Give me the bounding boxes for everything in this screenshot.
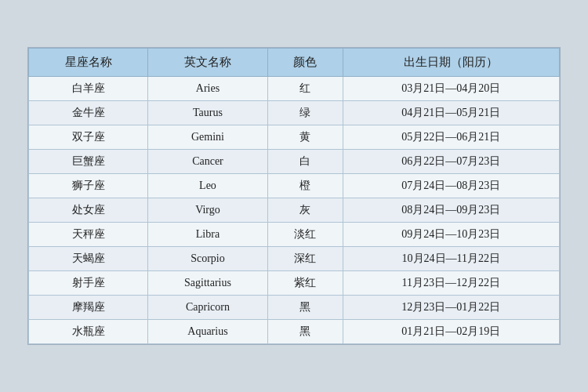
cell-r3-c1: Cancer xyxy=(148,150,267,174)
cell-r3-c0: 巨蟹座 xyxy=(29,150,148,174)
header-col-0: 星座名称 xyxy=(29,49,148,77)
cell-r8-c3: 11月23日—12月22日 xyxy=(343,271,559,296)
cell-r2-c3: 05月22日—06月21日 xyxy=(343,125,559,150)
table-header-row: 星座名称英文名称颜色出生日期（阳历） xyxy=(29,49,560,77)
cell-r5-c2: 灰 xyxy=(267,198,343,223)
cell-r8-c0: 射手座 xyxy=(29,271,148,296)
table-row: 天蝎座Scorpio深红10月24日—11月22日 xyxy=(29,247,560,271)
cell-r0-c3: 03月21日—04月20日 xyxy=(343,77,559,101)
cell-r6-c3: 09月24日—10月23日 xyxy=(343,223,559,247)
cell-r7-c3: 10月24日—11月22日 xyxy=(343,247,559,271)
table-row: 巨蟹座Cancer白06月22日—07月23日 xyxy=(29,150,560,174)
cell-r1-c1: Taurus xyxy=(148,101,267,125)
table-row: 水瓶座Aquarius黑01月21日—02月19日 xyxy=(29,320,560,344)
cell-r5-c3: 08月24日—09月23日 xyxy=(343,198,559,223)
cell-r4-c0: 狮子座 xyxy=(29,174,148,198)
cell-r0-c0: 白羊座 xyxy=(29,77,148,101)
cell-r0-c2: 红 xyxy=(267,77,343,101)
cell-r6-c1: Libra xyxy=(148,223,267,247)
cell-r10-c1: Aquarius xyxy=(148,320,267,344)
table-row: 处女座Virgo灰08月24日—09月23日 xyxy=(29,198,560,223)
header-col-1: 英文名称 xyxy=(148,49,267,77)
cell-r1-c0: 金牛座 xyxy=(29,101,148,125)
zodiac-table: 星座名称英文名称颜色出生日期（阳历） 白羊座Aries红03月21日—04月20… xyxy=(28,48,560,344)
cell-r10-c0: 水瓶座 xyxy=(29,320,148,344)
cell-r9-c2: 黑 xyxy=(267,296,343,320)
table-row: 狮子座Leo橙07月24日—08月23日 xyxy=(29,174,560,198)
cell-r8-c2: 紫红 xyxy=(267,271,343,296)
cell-r4-c2: 橙 xyxy=(267,174,343,198)
cell-r4-c1: Leo xyxy=(148,174,267,198)
table-row: 摩羯座Capricorn黑12月23日—01月22日 xyxy=(29,296,560,320)
zodiac-table-container: 星座名称英文名称颜色出生日期（阳历） 白羊座Aries红03月21日—04月20… xyxy=(27,47,561,345)
cell-r5-c1: Virgo xyxy=(148,198,267,223)
cell-r9-c3: 12月23日—01月22日 xyxy=(343,296,559,320)
cell-r2-c1: Gemini xyxy=(148,125,267,150)
cell-r1-c2: 绿 xyxy=(267,101,343,125)
cell-r10-c3: 01月21日—02月19日 xyxy=(343,320,559,344)
cell-r2-c0: 双子座 xyxy=(29,125,148,150)
cell-r6-c0: 天秤座 xyxy=(29,223,148,247)
cell-r1-c3: 04月21日—05月21日 xyxy=(343,101,559,125)
cell-r5-c0: 处女座 xyxy=(29,198,148,223)
table-row: 白羊座Aries红03月21日—04月20日 xyxy=(29,77,560,101)
cell-r8-c1: Sagittarius xyxy=(148,271,267,296)
table-row: 双子座Gemini黄05月22日—06月21日 xyxy=(29,125,560,150)
cell-r7-c1: Scorpio xyxy=(148,247,267,271)
table-body: 白羊座Aries红03月21日—04月20日金牛座Taurus绿04月21日—0… xyxy=(29,77,560,344)
cell-r9-c0: 摩羯座 xyxy=(29,296,148,320)
cell-r4-c3: 07月24日—08月23日 xyxy=(343,174,559,198)
cell-r0-c1: Aries xyxy=(148,77,267,101)
header-col-3: 出生日期（阳历） xyxy=(343,49,559,77)
cell-r3-c2: 白 xyxy=(267,150,343,174)
cell-r9-c1: Capricorn xyxy=(148,296,267,320)
header-col-2: 颜色 xyxy=(267,49,343,77)
table-row: 射手座Sagittarius紫红11月23日—12月22日 xyxy=(29,271,560,296)
table-row: 天秤座Libra淡红09月24日—10月23日 xyxy=(29,223,560,247)
cell-r10-c2: 黑 xyxy=(267,320,343,344)
cell-r7-c2: 深红 xyxy=(267,247,343,271)
cell-r3-c3: 06月22日—07月23日 xyxy=(343,150,559,174)
cell-r6-c2: 淡红 xyxy=(267,223,343,247)
cell-r2-c2: 黄 xyxy=(267,125,343,150)
cell-r7-c0: 天蝎座 xyxy=(29,247,148,271)
table-row: 金牛座Taurus绿04月21日—05月21日 xyxy=(29,101,560,125)
